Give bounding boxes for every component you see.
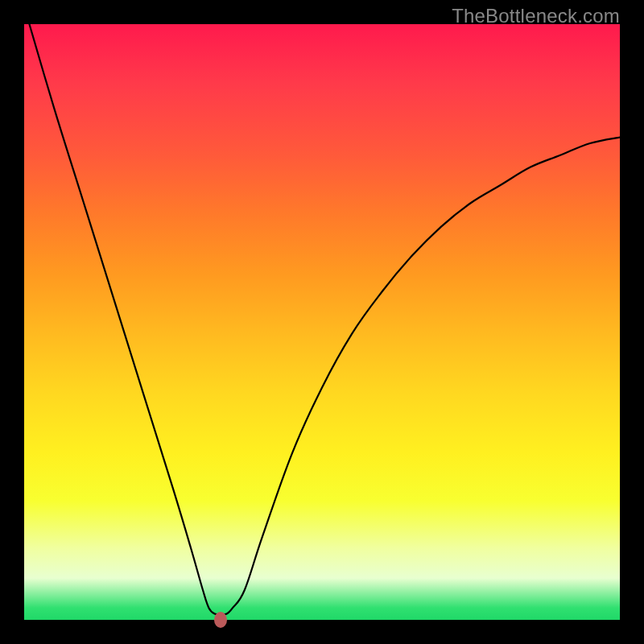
chart-frame: TheBottleneck.com xyxy=(0,0,644,644)
min-point-marker xyxy=(214,612,227,628)
bottleneck-curve xyxy=(24,24,620,620)
watermark-text: TheBottleneck.com xyxy=(452,5,620,27)
plot-area xyxy=(24,24,620,620)
